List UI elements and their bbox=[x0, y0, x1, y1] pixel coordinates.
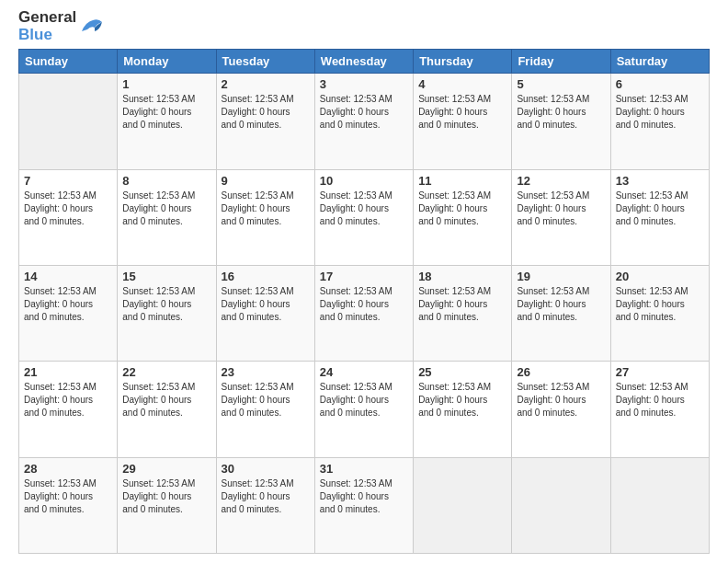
day-info: Sunset: 12:53 AMDaylight: 0 hoursand 0 m… bbox=[320, 190, 408, 228]
day-number: 17 bbox=[320, 270, 408, 283]
header-saturday: Saturday bbox=[610, 50, 709, 74]
calendar-week-row: 28Sunset: 12:53 AMDaylight: 0 hoursand 0… bbox=[19, 457, 710, 553]
calendar-cell: 22Sunset: 12:53 AMDaylight: 0 hoursand 0… bbox=[118, 362, 216, 457]
header-sunday: Sunday bbox=[19, 50, 118, 74]
calendar-cell: 25Sunset: 12:53 AMDaylight: 0 hoursand 0… bbox=[414, 362, 512, 457]
day-info: Sunset: 12:53 AMDaylight: 0 hoursand 0 m… bbox=[517, 190, 605, 228]
calendar-cell: 9Sunset: 12:53 AMDaylight: 0 hoursand 0 … bbox=[216, 169, 314, 265]
day-info: Sunset: 12:53 AMDaylight: 0 hoursand 0 m… bbox=[320, 477, 408, 516]
day-info: Sunset: 12:53 AMDaylight: 0 hoursand 0 m… bbox=[24, 285, 112, 324]
day-info: Sunset: 12:53 AMDaylight: 0 hoursand 0 m… bbox=[616, 93, 704, 132]
day-info: Sunset: 12:53 AMDaylight: 0 hoursand 0 m… bbox=[418, 285, 506, 324]
header: General Blue bbox=[18, 9, 710, 43]
logo: General Blue bbox=[18, 9, 104, 43]
day-info: Sunset: 12:53 AMDaylight: 0 hoursand 0 m… bbox=[320, 93, 408, 132]
calendar-cell: 29Sunset: 12:53 AMDaylight: 0 hoursand 0… bbox=[118, 457, 216, 553]
day-number: 8 bbox=[122, 174, 210, 188]
logo-blue: Blue bbox=[18, 27, 76, 44]
day-info: Sunset: 12:53 AMDaylight: 0 hoursand 0 m… bbox=[222, 190, 310, 228]
calendar-week-row: 21Sunset: 12:53 AMDaylight: 0 hoursand 0… bbox=[19, 362, 710, 457]
day-info: Sunset: 12:53 AMDaylight: 0 hoursand 0 m… bbox=[122, 93, 210, 132]
calendar-cell: 11Sunset: 12:53 AMDaylight: 0 hoursand 0… bbox=[414, 169, 512, 265]
day-number: 24 bbox=[320, 365, 408, 379]
day-number: 12 bbox=[517, 174, 605, 188]
calendar-cell: 4Sunset: 12:53 AMDaylight: 0 hoursand 0 … bbox=[414, 74, 512, 169]
day-number: 14 bbox=[24, 270, 112, 283]
day-number: 19 bbox=[517, 270, 605, 283]
day-info: Sunset: 12:53 AMDaylight: 0 hoursand 0 m… bbox=[122, 477, 210, 516]
day-number: 13 bbox=[616, 174, 704, 188]
calendar-cell: 18Sunset: 12:53 AMDaylight: 0 hoursand 0… bbox=[414, 266, 512, 362]
calendar-cell: 23Sunset: 12:53 AMDaylight: 0 hoursand 0… bbox=[216, 362, 314, 457]
day-info: Sunset: 12:53 AMDaylight: 0 hoursand 0 m… bbox=[616, 381, 704, 419]
header-monday: Monday bbox=[118, 50, 216, 74]
calendar-cell: 12Sunset: 12:53 AMDaylight: 0 hoursand 0… bbox=[512, 169, 610, 265]
day-info: Sunset: 12:53 AMDaylight: 0 hoursand 0 m… bbox=[222, 477, 310, 516]
day-info: Sunset: 12:53 AMDaylight: 0 hoursand 0 m… bbox=[222, 285, 310, 324]
day-info: Sunset: 12:53 AMDaylight: 0 hoursand 0 m… bbox=[222, 93, 310, 132]
calendar-cell: 7Sunset: 12:53 AMDaylight: 0 hoursand 0 … bbox=[19, 169, 118, 265]
calendar-cell: 3Sunset: 12:53 AMDaylight: 0 hoursand 0 … bbox=[314, 74, 413, 169]
calendar-cell: 20Sunset: 12:53 AMDaylight: 0 hoursand 0… bbox=[610, 266, 709, 362]
day-number: 22 bbox=[122, 365, 210, 379]
day-number: 2 bbox=[222, 77, 310, 91]
header-thursday: Thursday bbox=[414, 50, 512, 74]
day-info: Sunset: 12:53 AMDaylight: 0 hoursand 0 m… bbox=[517, 381, 605, 419]
day-number: 21 bbox=[24, 365, 112, 379]
day-number: 20 bbox=[616, 270, 704, 283]
day-info: Sunset: 12:53 AMDaylight: 0 hoursand 0 m… bbox=[122, 381, 210, 419]
calendar-cell: 28Sunset: 12:53 AMDaylight: 0 hoursand 0… bbox=[19, 457, 118, 553]
calendar-cell: 21Sunset: 12:53 AMDaylight: 0 hoursand 0… bbox=[19, 362, 118, 457]
day-number: 28 bbox=[24, 462, 112, 476]
calendar-cell bbox=[512, 457, 610, 553]
day-info: Sunset: 12:53 AMDaylight: 0 hoursand 0 m… bbox=[320, 285, 408, 324]
header-tuesday: Tuesday bbox=[216, 50, 314, 74]
calendar-cell bbox=[610, 457, 709, 553]
calendar-cell bbox=[19, 74, 118, 169]
day-info: Sunset: 12:53 AMDaylight: 0 hoursand 0 m… bbox=[320, 381, 408, 419]
day-number: 7 bbox=[24, 174, 112, 188]
day-number: 27 bbox=[616, 365, 704, 379]
calendar-cell: 2Sunset: 12:53 AMDaylight: 0 hoursand 0 … bbox=[216, 74, 314, 169]
header-wednesday: Wednesday bbox=[314, 50, 413, 74]
day-number: 9 bbox=[222, 174, 310, 188]
calendar-cell: 31Sunset: 12:53 AMDaylight: 0 hoursand 0… bbox=[314, 457, 413, 553]
day-number: 23 bbox=[222, 365, 310, 379]
logo-general: General bbox=[18, 9, 76, 27]
day-info: Sunset: 12:53 AMDaylight: 0 hoursand 0 m… bbox=[616, 285, 704, 324]
calendar-week-row: 1Sunset: 12:53 AMDaylight: 0 hoursand 0 … bbox=[19, 74, 710, 169]
day-number: 11 bbox=[418, 174, 506, 188]
calendar-cell: 6Sunset: 12:53 AMDaylight: 0 hoursand 0 … bbox=[610, 74, 709, 169]
day-info: Sunset: 12:53 AMDaylight: 0 hoursand 0 m… bbox=[122, 285, 210, 324]
calendar-cell: 14Sunset: 12:53 AMDaylight: 0 hoursand 0… bbox=[19, 266, 118, 362]
day-number: 15 bbox=[122, 270, 210, 283]
day-info: Sunset: 12:53 AMDaylight: 0 hoursand 0 m… bbox=[24, 381, 112, 419]
day-number: 30 bbox=[222, 462, 310, 476]
day-info: Sunset: 12:53 AMDaylight: 0 hoursand 0 m… bbox=[616, 190, 704, 228]
day-number: 6 bbox=[616, 77, 704, 91]
day-number: 4 bbox=[418, 77, 506, 91]
day-number: 16 bbox=[222, 270, 310, 283]
calendar-cell bbox=[414, 457, 512, 553]
day-number: 1 bbox=[122, 77, 210, 91]
calendar-table: Sunday Monday Tuesday Wednesday Thursday… bbox=[18, 49, 710, 554]
day-number: 31 bbox=[320, 462, 408, 476]
day-info: Sunset: 12:53 AMDaylight: 0 hoursand 0 m… bbox=[517, 285, 605, 324]
calendar-cell: 16Sunset: 12:53 AMDaylight: 0 hoursand 0… bbox=[216, 266, 314, 362]
weekday-header-row: Sunday Monday Tuesday Wednesday Thursday… bbox=[19, 50, 710, 74]
page: General Blue Sunday Monday Tuesday Wedne… bbox=[0, 0, 728, 563]
calendar-cell: 24Sunset: 12:53 AMDaylight: 0 hoursand 0… bbox=[314, 362, 413, 457]
calendar-cell: 26Sunset: 12:53 AMDaylight: 0 hoursand 0… bbox=[512, 362, 610, 457]
day-number: 26 bbox=[517, 365, 605, 379]
calendar-cell: 10Sunset: 12:53 AMDaylight: 0 hoursand 0… bbox=[314, 169, 413, 265]
calendar-week-row: 7Sunset: 12:53 AMDaylight: 0 hoursand 0 … bbox=[19, 169, 710, 265]
calendar-cell: 19Sunset: 12:53 AMDaylight: 0 hoursand 0… bbox=[512, 266, 610, 362]
day-info: Sunset: 12:53 AMDaylight: 0 hoursand 0 m… bbox=[418, 93, 506, 132]
day-info: Sunset: 12:53 AMDaylight: 0 hoursand 0 m… bbox=[517, 93, 605, 132]
day-number: 5 bbox=[517, 77, 605, 91]
calendar-cell: 1Sunset: 12:53 AMDaylight: 0 hoursand 0 … bbox=[118, 74, 216, 169]
day-info: Sunset: 12:53 AMDaylight: 0 hoursand 0 m… bbox=[418, 190, 506, 228]
calendar-cell: 8Sunset: 12:53 AMDaylight: 0 hoursand 0 … bbox=[118, 169, 216, 265]
calendar-week-row: 14Sunset: 12:53 AMDaylight: 0 hoursand 0… bbox=[19, 266, 710, 362]
day-number: 3 bbox=[320, 77, 408, 91]
